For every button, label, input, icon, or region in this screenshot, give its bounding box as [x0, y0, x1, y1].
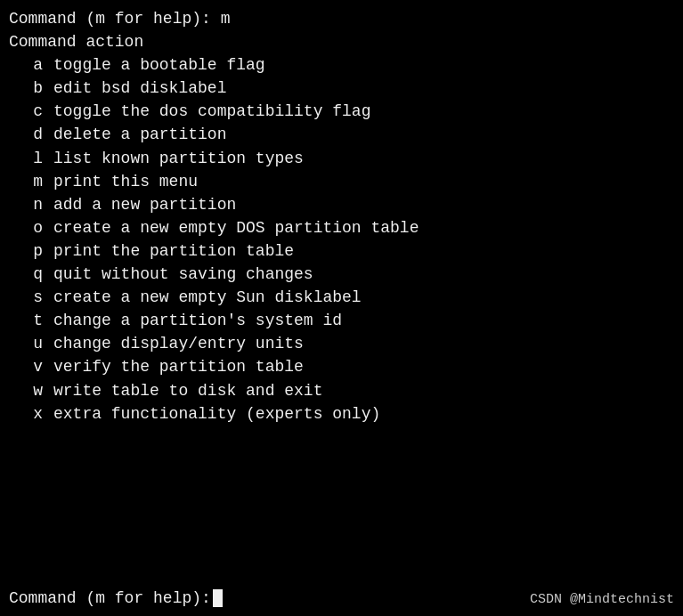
cursor-block — [213, 589, 223, 607]
command-key: o — [9, 216, 53, 239]
command-row: ddelete a partition — [9, 123, 674, 146]
command-key: c — [9, 100, 53, 123]
action-label-text: Command action — [9, 30, 143, 53]
command-desc: delete a partition — [53, 123, 226, 146]
command-row: atoggle a bootable flag — [9, 53, 674, 77]
command-desc: print the partition table — [53, 239, 294, 263]
command-key: s — [9, 286, 53, 309]
command-row: screate a new empty Sun disklabel — [9, 286, 674, 309]
watermark-text: CSDN @Mindtechnist — [530, 592, 674, 607]
command-desc: quit without saving changes — [53, 263, 313, 286]
command-key: x — [9, 402, 53, 426]
command-row: wwrite table to disk and exit — [9, 379, 674, 402]
command-key: m — [9, 170, 53, 193]
command-desc: extra functionality (experts only) — [53, 402, 380, 426]
action-label-line: Command action — [9, 30, 674, 53]
command-row: nadd a new partition — [9, 193, 674, 216]
command-key: l — [9, 147, 53, 170]
command-row: ocreate a new empty DOS partition table — [9, 216, 674, 239]
command-desc: list known partition types — [53, 147, 304, 170]
command-key: t — [9, 309, 53, 332]
command-desc: add a new partition — [53, 193, 236, 216]
command-desc: toggle the dos compatibility flag — [53, 100, 370, 123]
command-desc: verify the partition table — [53, 355, 304, 378]
command-row: pprint the partition table — [9, 239, 674, 263]
command-row: llist known partition types — [9, 147, 674, 170]
command-desc: print this menu — [53, 170, 198, 193]
command-desc: edit bsd disklabel — [53, 77, 226, 100]
command-key: q — [9, 263, 53, 286]
command-key: a — [9, 53, 53, 77]
command-row: ctoggle the dos compatibility flag — [9, 100, 674, 123]
top-prompt-text: Command (m for help): m — [9, 7, 230, 30]
command-key: v — [9, 355, 53, 378]
command-key: u — [9, 332, 53, 355]
command-row: mprint this menu — [9, 170, 674, 193]
command-key: w — [9, 379, 53, 402]
command-list: atoggle a bootable flagbedit bsd disklab… — [9, 53, 674, 426]
command-desc: change a partition's system id — [53, 309, 342, 332]
command-desc: create a new empty Sun disklabel — [53, 286, 362, 309]
command-row: uchange display/entry units — [9, 332, 674, 355]
command-row: bedit bsd disklabel — [9, 77, 674, 100]
command-key: n — [9, 193, 53, 216]
command-desc: create a new empty DOS partition table — [53, 216, 419, 239]
command-desc: change display/entry units — [53, 332, 304, 355]
top-prompt-line: Command (m for help): m — [9, 7, 674, 30]
command-row: qquit without saving changes — [9, 263, 674, 286]
command-key: p — [9, 239, 53, 263]
command-desc: write table to disk and exit — [53, 379, 322, 402]
terminal-container: Command (m for help): m Command action a… — [9, 7, 674, 426]
command-row: xextra functionality (experts only) — [9, 402, 674, 426]
command-desc: toggle a bootable flag — [53, 53, 265, 77]
command-key: d — [9, 123, 53, 146]
bottom-prompt-text: Command (m for help): — [9, 589, 211, 607]
command-key: b — [9, 77, 53, 100]
command-row: vverify the partition table — [9, 355, 674, 378]
command-row: tchange a partition's system id — [9, 309, 674, 332]
